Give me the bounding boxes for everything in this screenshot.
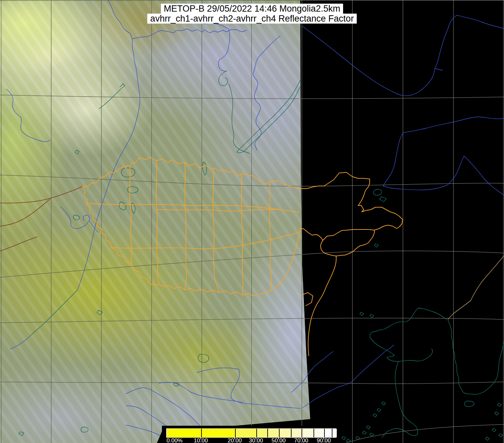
graticule-parallel <box>0 175 504 186</box>
colorbar-segment <box>167 429 201 437</box>
coast-teal <box>362 431 366 434</box>
coast-teal <box>492 428 496 432</box>
colorbar-segment <box>314 429 325 437</box>
rivers-blue <box>77 0 140 290</box>
coast-teal <box>370 314 374 317</box>
coast-teal <box>380 197 386 202</box>
graticule-parallel <box>0 251 504 277</box>
rivers-blue <box>10 336 30 349</box>
colorbar-label: 90.00 <box>317 437 331 443</box>
coast-teal <box>360 312 364 315</box>
border-orange <box>213 169 219 293</box>
border-dark-red <box>0 237 38 251</box>
map-overlay <box>0 0 504 443</box>
colorbar-label: 0.00% <box>167 437 183 443</box>
layer-border-tan <box>448 256 504 319</box>
rivers-blue <box>203 23 230 72</box>
rivers-teal <box>19 432 24 436</box>
colorbar-segment <box>324 429 332 437</box>
colorbar-label: 20.00 <box>228 437 242 443</box>
border-orange <box>241 173 243 295</box>
border-orange <box>270 181 271 290</box>
colorbar-segment <box>302 429 314 437</box>
graticule-parallel <box>0 175 504 186</box>
border-dark-red <box>0 199 51 226</box>
graticule-parallel <box>346 424 504 443</box>
graticule-on-image <box>0 0 504 443</box>
rivers-blue <box>302 26 435 96</box>
title-line-1: METOP-B 29/05/2022 14:46 Mongolia2.5km <box>161 4 343 14</box>
border-orange <box>157 209 283 211</box>
colorbar-label: 70.00 <box>294 437 309 443</box>
coast-teal <box>382 402 386 405</box>
rivers-blue <box>159 382 243 402</box>
title-line-2: avhrr_ch1-avhrr_ch2-avhrr_ch4 Reflectanc… <box>147 14 357 24</box>
coast-teal <box>377 408 381 412</box>
coast-teal <box>499 434 503 437</box>
rivers-teal <box>75 150 79 154</box>
border-orange <box>86 203 299 213</box>
colorbar-segment <box>267 429 280 437</box>
colorbar-segment <box>291 429 302 437</box>
layer-rivers-blue <box>6 0 504 438</box>
rivers-teal <box>73 215 80 220</box>
border-orange <box>130 166 132 264</box>
rivers-teal <box>198 354 209 363</box>
rivers-teal <box>81 427 88 432</box>
colorbar-segment <box>279 429 292 437</box>
border-orange <box>156 161 159 284</box>
rivers-blue <box>291 351 333 393</box>
rivers-teal <box>237 80 300 153</box>
coast-teal <box>495 412 499 415</box>
colorbar-label: 10.00 <box>194 437 208 443</box>
coast-teal <box>370 308 446 361</box>
coast-teal <box>464 401 474 407</box>
colorbar-label: 50.00 <box>272 437 286 443</box>
satellite-map-viewer: METOP-B 29/05/2022 14:46 Mongolia2.5km a… <box>0 0 504 443</box>
coast-teal <box>370 433 374 436</box>
layer-border-dark-red <box>0 186 83 251</box>
graticule-parallel <box>0 318 504 323</box>
colorbar-label: 30.00 <box>249 437 263 443</box>
rivers-blue <box>126 425 160 436</box>
coast-teal <box>366 426 370 429</box>
rivers-blue <box>197 368 301 408</box>
rivers-teal <box>119 202 126 210</box>
coast-teal <box>374 244 378 247</box>
rivers-teal <box>97 310 102 315</box>
graticule-parallel <box>0 95 504 99</box>
coast-teal <box>382 361 418 438</box>
coast-teal <box>373 414 377 417</box>
border-orange <box>301 293 313 306</box>
border-orange <box>83 157 300 296</box>
rivers-teal <box>121 168 135 177</box>
colorbar-segment <box>332 429 337 437</box>
map-vector-layers <box>0 0 504 442</box>
coast-teal <box>485 437 489 440</box>
rivers-blue <box>303 345 394 408</box>
border-dark-red <box>0 186 83 203</box>
rivers-teal <box>30 290 77 336</box>
graticule-parallel <box>0 318 504 323</box>
coast-teal <box>497 403 501 406</box>
border-tan <box>448 256 504 319</box>
rivers-blue <box>383 117 504 195</box>
rivers-teal <box>219 70 250 153</box>
layer-rivers-teal <box>19 70 300 436</box>
border-orange <box>185 163 187 290</box>
rivers-teal <box>127 187 138 193</box>
colorbar-segment <box>235 429 257 437</box>
rivers-blue <box>253 36 280 150</box>
graticule-parallel <box>346 424 504 443</box>
graticule-parallel <box>0 251 504 277</box>
rivers-teal <box>99 84 125 109</box>
rivers-teal <box>202 162 206 175</box>
graticule-on-black <box>0 0 504 443</box>
border-orange <box>308 256 336 356</box>
border-orange <box>300 228 323 240</box>
coast-teal <box>373 189 382 195</box>
colorbar-segment <box>201 429 236 437</box>
coast-teal <box>342 436 346 440</box>
colorbar <box>166 428 336 438</box>
layer-coast-teal <box>342 189 504 442</box>
